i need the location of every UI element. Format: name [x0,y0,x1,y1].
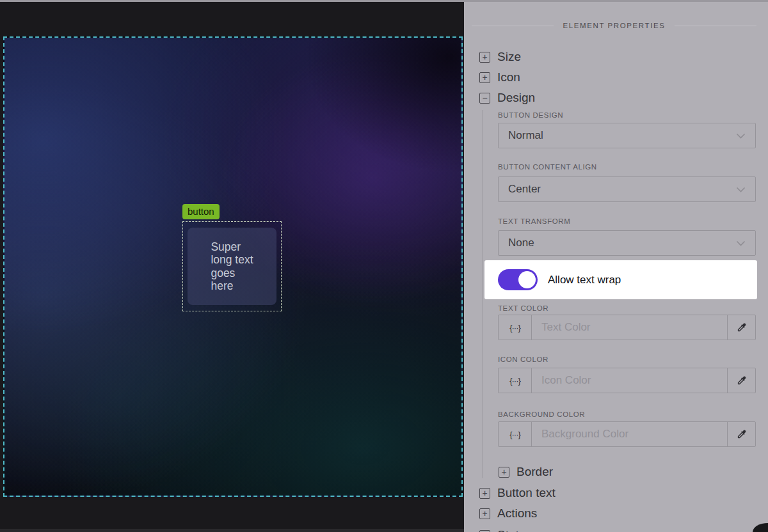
binding-icon[interactable]: {···} [499,422,532,446]
section-button-text[interactable]: + Button text [479,486,556,500]
eyedropper-icon[interactable] [727,422,755,446]
content-align-dropdown[interactable]: Center [498,176,756,202]
section-label: Size [497,50,521,64]
field-label-icon-color: ICON COLOR [498,356,548,363]
text-color-input[interactable] [532,315,727,340]
canvas-button-element[interactable]: Super long text goes here [188,228,276,305]
background-color-field: {···} [498,421,756,447]
editor-bottom-strip [0,529,464,532]
toggle-knob [518,271,536,288]
expand-icon[interactable]: + [479,52,490,63]
section-actions[interactable]: + Actions [479,506,537,520]
selection-outline: Super long text goes here [182,221,282,311]
eyedropper-icon[interactable] [727,315,755,340]
field-label-background-color: BACKGROUND COLOR [498,411,585,418]
canvas-button-label: Super long text goes here [211,240,253,293]
window-top-strip [0,0,768,2]
collapse-icon[interactable]: − [479,93,490,104]
selected-element-tag: button [182,204,220,219]
design-canvas[interactable]: button Super long text goes here [3,36,463,497]
chevron-down-icon [736,187,746,192]
element-properties-panel: ELEMENT PROPERTIES + Size + Icon − Desig… [464,0,768,532]
text-color-field: {···} [498,315,756,340]
app-window: button Super long text goes here ELEMENT… [0,0,768,532]
expand-icon[interactable]: + [479,508,490,519]
text-transform-dropdown[interactable]: None [498,230,756,256]
section-border[interactable]: + Border [499,465,553,479]
field-label-content-align: BUTTON CONTENT ALIGN [498,163,597,171]
expand-icon[interactable]: + [499,467,509,478]
section-size[interactable]: + Size [479,50,521,64]
field-label-text-transform: TEXT TRANSFORM [498,217,570,225]
section-label: Button text [497,486,556,500]
header-divider-left [472,26,554,26]
chevron-down-icon [736,240,746,246]
section-label: Icon [497,70,520,84]
header-divider-right [675,26,756,26]
expand-icon[interactable]: + [479,72,490,83]
panel-header: ELEMENT PROPERTIES [472,22,756,29]
icon-color-input[interactable] [532,368,727,393]
binding-icon[interactable]: {···} [499,315,532,340]
design-section-guide-line [483,110,483,478]
allow-text-wrap-toggle[interactable] [498,269,538,290]
dropdown-value: Center [508,183,541,196]
dropdown-value: None [508,237,534,249]
toggle-label: Allow text wrap [548,274,621,286]
icon-color-field: {···} [498,368,756,393]
eyedropper-icon[interactable] [727,368,755,393]
dropdown-value: Normal [508,129,543,142]
section-label: States [497,528,532,532]
expand-icon[interactable]: + [479,530,490,532]
background-color-input[interactable] [532,422,727,446]
section-icon[interactable]: + Icon [479,70,520,84]
button-design-dropdown[interactable]: Normal [498,123,756,148]
expand-icon[interactable]: + [479,488,490,499]
section-states[interactable]: + States [479,528,532,532]
chevron-down-icon [736,133,746,139]
section-label: Actions [497,506,537,520]
field-label-text-color: TEXT COLOR [498,304,548,312]
section-design[interactable]: − Design [479,91,535,105]
section-label: Border [516,465,553,479]
section-label: Design [497,91,535,105]
field-label-button-design: BUTTON DESIGN [498,111,563,119]
allow-text-wrap-highlight: Allow text wrap [484,260,757,299]
panel-title: ELEMENT PROPERTIES [563,22,665,29]
binding-icon[interactable]: {···} [499,368,532,393]
editor-viewport: button Super long text goes here [0,0,464,532]
